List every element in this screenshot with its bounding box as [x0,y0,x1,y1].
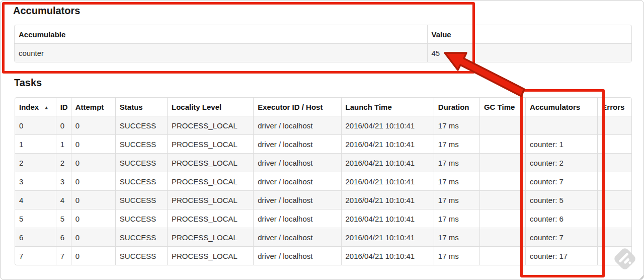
executor-id-host-cell: driver / localhost [254,228,341,247]
executor-id-host-cell: driver / localhost [254,116,341,135]
attempt-cell: 0 [71,247,115,265]
executor-id-host-cell: driver / localhost [254,154,341,172]
index-cell: 1 [15,135,56,154]
column-header-status[interactable]: Status [115,98,167,116]
id-cell: 4 [56,191,71,209]
attempt-cell: 0 [71,135,115,154]
launch-time-cell: 2016/04/21 10:10:41 [341,247,434,265]
errors-cell [598,135,631,154]
locality-level-cell: PROCESS_LOCAL [167,247,253,265]
gc-time-cell [479,247,525,265]
attempt-cell: 0 [71,154,115,172]
task-row: 6 6 0 SUCCESS PROCESS_LOCAL driver / loc… [15,228,631,247]
column-header-index[interactable]: Index▲ [15,98,56,116]
accumulator-row: counter 45 [15,44,631,62]
errors-cell [598,116,631,135]
launch-time-cell: 2016/04/21 10:10:41 [341,135,434,154]
executor-id-host-cell: driver / localhost [254,247,341,265]
index-cell: 5 [15,209,56,228]
column-header-executor-id-host[interactable]: Executor ID / Host [254,98,341,116]
duration-cell: 17 ms [434,191,479,209]
column-header-accumulators[interactable]: Accumulators [526,98,598,116]
launch-time-cell: 2016/04/21 10:10:41 [341,209,434,228]
id-cell: 3 [56,172,71,191]
column-header-duration[interactable]: Duration [434,98,479,116]
status-cell: SUCCESS [115,191,167,209]
executor-id-host-cell: driver / localhost [254,135,341,154]
duration-cell: 17 ms [434,228,479,247]
id-cell: 2 [56,154,71,172]
duration-cell: 17 ms [434,116,479,135]
column-header-id[interactable]: ID [56,98,71,116]
gc-time-cell [479,228,525,247]
accumulators-cell: counter: 17 [526,247,598,265]
accumulators-header-row: Accumulable Value [15,25,631,44]
column-header-errors[interactable]: Errors [598,98,631,116]
column-header-launch-time[interactable]: Launch Time [341,98,434,116]
executor-id-host-cell: driver / localhost [254,191,341,209]
column-header-attempt[interactable]: Attempt [71,98,115,116]
errors-cell [598,154,631,172]
locality-level-cell: PROCESS_LOCAL [167,228,253,247]
errors-cell [598,191,631,209]
duration-cell: 17 ms [434,209,479,228]
locality-level-cell: PROCESS_LOCAL [167,172,253,191]
sort-ascending-icon: ▲ [44,105,49,110]
index-cell: 4 [15,191,56,209]
id-cell: 7 [56,247,71,265]
column-header-locality-level[interactable]: Locality Level [167,98,253,116]
accumulators-section-title: Accumulators [13,5,80,16]
gc-time-cell [479,172,525,191]
accumulators-table: Accumulable Value counter 45 [14,25,632,62]
task-row: 7 7 0 SUCCESS PROCESS_LOCAL driver / loc… [15,247,631,265]
watermark-dot [628,261,631,264]
column-header-gc-time[interactable]: GC Time [479,98,525,116]
gc-time-cell [479,191,525,209]
column-header-value[interactable]: Value [427,25,631,44]
id-cell: 6 [56,228,71,247]
index-cell: 2 [15,154,56,172]
status-cell: SUCCESS [115,228,167,247]
task-row: 3 3 0 SUCCESS PROCESS_LOCAL driver / loc… [15,172,631,191]
attempt-cell: 0 [71,209,115,228]
launch-time-cell: 2016/04/21 10:10:41 [341,154,434,172]
index-header-label: Index [19,103,39,111]
duration-cell: 17 ms [434,247,479,265]
corner-artifact [638,274,644,280]
index-cell: 0 [15,116,56,135]
status-cell: SUCCESS [115,172,167,191]
accumulators-cell: counter: 2 [526,154,598,172]
task-row: 2 2 0 SUCCESS PROCESS_LOCAL driver / loc… [15,154,631,172]
task-row: 4 4 0 SUCCESS PROCESS_LOCAL driver / loc… [15,191,631,209]
executor-id-host-cell: driver / localhost [254,209,341,228]
errors-cell [598,228,631,247]
accumulators-cell [526,116,598,135]
gc-time-cell [479,209,525,228]
accumulators-cell: counter: 6 [526,209,598,228]
launch-time-cell: 2016/04/21 10:10:41 [341,191,434,209]
id-cell: 5 [56,209,71,228]
gc-time-cell [479,154,525,172]
column-header-accumulable[interactable]: Accumulable [15,25,427,44]
attempt-cell: 0 [71,172,115,191]
gc-time-cell [479,116,525,135]
spark-stage-details-page: Accumulators Accumulable Value counter 4… [0,0,644,280]
duration-cell: 17 ms [434,135,479,154]
status-cell: SUCCESS [115,116,167,135]
status-cell: SUCCESS [115,247,167,265]
locality-level-cell: PROCESS_LOCAL [167,209,253,228]
tasks-header-row: Index▲ ID Attempt Status Locality Level … [15,98,631,116]
errors-cell [598,209,631,228]
index-cell: 3 [15,172,56,191]
attempt-cell: 0 [71,191,115,209]
id-cell: 1 [56,135,71,154]
locality-level-cell: PROCESS_LOCAL [167,154,253,172]
launch-time-cell: 2016/04/21 10:10:41 [341,116,434,135]
accumulable-value-cell: 45 [427,44,631,62]
errors-cell [598,172,631,191]
attempt-cell: 0 [71,116,115,135]
launch-time-cell: 2016/04/21 10:10:41 [341,172,434,191]
executor-id-host-cell: driver / localhost [254,172,341,191]
status-cell: SUCCESS [115,135,167,154]
accumulators-cell: counter: 1 [526,135,598,154]
